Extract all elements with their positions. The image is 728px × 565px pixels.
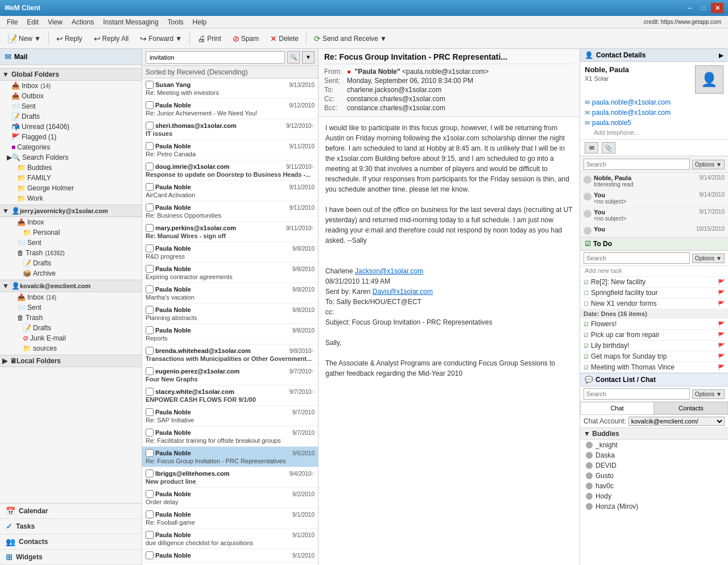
email-checkbox[interactable]: [146, 183, 154, 191]
contact-email2[interactable]: paula.noble@x1solar.com: [592, 109, 671, 117]
email-checkbox[interactable]: [146, 470, 154, 477]
email-checkbox[interactable]: [146, 81, 154, 89]
email-item[interactable]: Paula Noble 9/7/2010 Re: Facilitator tra…: [142, 426, 318, 447]
chat-options-button[interactable]: Options ▼: [692, 389, 725, 399]
buddy-daska[interactable]: Daska: [580, 450, 728, 460]
sidebar-item-a1personal[interactable]: 📁 Personal: [0, 227, 142, 238]
email-checkbox[interactable]: [146, 203, 154, 211]
send-receive-dropdown-icon[interactable]: ▼: [380, 35, 387, 43]
email-item[interactable]: doug.imrie@x1solar.com 9/11/2010 ○ Respo…: [142, 160, 318, 181]
email-checkbox[interactable]: [146, 265, 154, 273]
menu-actions[interactable]: Actions: [67, 17, 98, 27]
contact-email1[interactable]: paula.noble@x1solar.com: [592, 98, 671, 106]
sidebar-item-outbox[interactable]: 📤 Outbox: [0, 91, 142, 101]
email-item[interactable]: mary.perkins@x1solar.com 9/11/2010 ○ Re:…: [142, 222, 318, 242]
history-options-button[interactable]: Options ▼: [692, 160, 725, 169]
email-checkbox[interactable]: [146, 101, 154, 109]
link-davis[interactable]: Davis@x1solar.com: [373, 288, 433, 296]
sidebar-item-unread[interactable]: 📬 Unread (16406): [0, 122, 142, 132]
contact-details-collapse[interactable]: ▶: [719, 52, 723, 59]
history-search-input[interactable]: [584, 159, 690, 170]
nav-calendar[interactable]: 📅 Calendar: [0, 504, 142, 519]
buddy-knight[interactable]: _knight: [580, 440, 728, 450]
todo-item-2[interactable]: ☐ Springfield facility tour 🚩: [580, 288, 728, 298]
buddy-hav0c[interactable]: hav0c: [580, 481, 728, 491]
chat-search-input[interactable]: [584, 388, 690, 400]
sidebar-item-a2inbox[interactable]: 📥 Inbox (14): [0, 292, 142, 302]
email-item[interactable]: brenda.whitehead@x1solar.com 9/8/2010 ○ …: [142, 344, 318, 365]
email-item[interactable]: Paula Noble 9/8/2010 Planning abstracts: [142, 304, 318, 324]
reply-all-button[interactable]: ↩ Reply All: [89, 32, 134, 45]
todo-date-item-4[interactable]: ☑ Get maps for Sunday trip 🚩: [580, 351, 728, 362]
email-checkbox[interactable]: [146, 510, 154, 518]
email-checkbox[interactable]: [146, 449, 154, 457]
sidebar-item-a1drafts[interactable]: 📝 Drafts: [0, 258, 142, 268]
menu-file[interactable]: File: [2, 17, 22, 27]
email-item[interactable]: Paula Noble 9/8/2010 Expiring contractor…: [142, 263, 318, 283]
email-checkbox[interactable]: [146, 531, 154, 539]
todo-date-item-1[interactable]: ☑ Flowers! 🚩: [580, 319, 728, 330]
maximize-button[interactable]: □: [697, 3, 710, 13]
sidebar-item-categories[interactable]: ■ Categories: [0, 142, 142, 152]
history-item-2[interactable]: You <no subject> 9/14/2010: [580, 190, 728, 207]
local-folders-header[interactable]: ▶ 🖥 Local Folders: [0, 355, 142, 367]
sidebar-item-family[interactable]: 📁 FAMILY: [0, 173, 142, 183]
reply-button[interactable]: ↩ Reply: [51, 32, 88, 45]
todo-date-item-2[interactable]: ☑ Pick up car from repair 🚩: [580, 330, 728, 340]
email-checkbox[interactable]: [146, 142, 154, 150]
account2-header[interactable]: ▼ 👤 kovalcik@emclient.com: [0, 280, 142, 292]
email-item[interactable]: Paula Noble 9/2/2010 Order delay: [142, 488, 318, 508]
buddies-header[interactable]: ▼ Buddies: [580, 428, 728, 440]
email-checkbox[interactable]: [146, 163, 154, 171]
contact-attach-button[interactable]: 📎: [602, 142, 615, 153]
menu-help[interactable]: Help: [188, 17, 212, 27]
email-item[interactable]: Paula Noble 9/11/2010 AirCard Activation: [142, 181, 318, 201]
email-item[interactable]: Susan Yang 9/13/2010 Re: Meeting with in…: [142, 78, 318, 99]
search-button[interactable]: 🔍: [287, 51, 300, 64]
email-checkbox[interactable]: [146, 306, 154, 314]
history-item-1[interactable]: Noble, Paula Interesting read 9/14/2010: [580, 173, 728, 190]
search-input[interactable]: [146, 51, 285, 64]
sidebar-item-drafts[interactable]: 📝 Drafts: [0, 111, 142, 122]
menu-edit[interactable]: Edit: [22, 17, 43, 27]
sidebar-item-search-folders[interactable]: ▶ 🔍 Search Folders: [0, 152, 142, 163]
email-item[interactable]: sheri.thomas@x1solar.com 9/12/2010 ○ IT …: [142, 119, 318, 140]
sidebar-item-george[interactable]: 📁 George Holmer: [0, 183, 142, 193]
new-button[interactable]: 📝 New ▼: [2, 32, 46, 45]
email-checkbox[interactable]: [146, 244, 154, 252]
todo-date-item-3[interactable]: ☑ Lily birthday! 🚩: [580, 340, 728, 351]
sidebar-item-a2junk[interactable]: ⊘ Junk E-mail: [0, 333, 142, 343]
email-item[interactable]: Paula Noble 9/7/2010 Re: SAP Initiative: [142, 406, 318, 426]
tab-chat[interactable]: Chat: [580, 402, 654, 414]
email-item[interactable]: lbriggs@elitehomes.com 9/4/2010 ○ New pr…: [142, 467, 318, 488]
menu-instant-messaging[interactable]: Instant Messaging: [98, 17, 163, 27]
email-checkbox[interactable]: [146, 490, 154, 498]
sidebar-item-inbox[interactable]: 📥 Inbox (14): [0, 81, 142, 91]
link-jackson[interactable]: Jackson@x1solar.com: [355, 267, 423, 275]
sidebar-item-work[interactable]: 📁 Work: [0, 193, 142, 203]
print-button[interactable]: 🖨 Print: [192, 32, 226, 45]
email-checkbox[interactable]: [146, 285, 154, 293]
todo-date-item-5[interactable]: ☑ Meeting with Thomas Vince 🚩: [580, 362, 728, 373]
search-options-button[interactable]: ▼: [302, 51, 315, 64]
sidebar-item-a2drafts[interactable]: 📝 Drafts: [0, 323, 142, 333]
email-item[interactable]: Paula Noble 9/12/2010 Re: Junior Achieve…: [142, 99, 318, 119]
sidebar-item-sent[interactable]: 📨 Sent: [0, 101, 142, 111]
email-item[interactable]: eugenio.perez@x1solar.com 9/7/2010 ○ Fou…: [142, 365, 318, 385]
menu-view[interactable]: View: [43, 17, 67, 27]
email-item[interactable]: Paula Noble 9/1/2010: [142, 549, 318, 563]
email-checkbox[interactable]: [146, 408, 154, 416]
todo-item-1[interactable]: ☑ Re[2]: New facility 🚩: [580, 277, 728, 288]
email-checkbox[interactable]: [146, 429, 154, 437]
email-checkbox[interactable]: [146, 388, 154, 396]
contact-email3[interactable]: paula.noble5: [592, 119, 631, 127]
sidebar-item-a2sources[interactable]: 📁 sources: [0, 343, 142, 354]
buddy-gusto[interactable]: Gusto: [580, 471, 728, 481]
spam-button[interactable]: ⊘ Spam: [228, 32, 264, 45]
email-item[interactable]: Paula Noble 9/8/2010 R&D progress: [142, 242, 318, 263]
minimize-button[interactable]: ─: [684, 3, 696, 13]
sidebar-item-a2sent[interactable]: 📨 Sent: [0, 302, 142, 313]
sidebar-item-flagged[interactable]: 🚩 Flagged (1): [0, 132, 142, 142]
buddy-honza[interactable]: Honza (Mirov): [580, 501, 728, 512]
nav-contacts[interactable]: 👥 Contacts: [0, 534, 142, 550]
